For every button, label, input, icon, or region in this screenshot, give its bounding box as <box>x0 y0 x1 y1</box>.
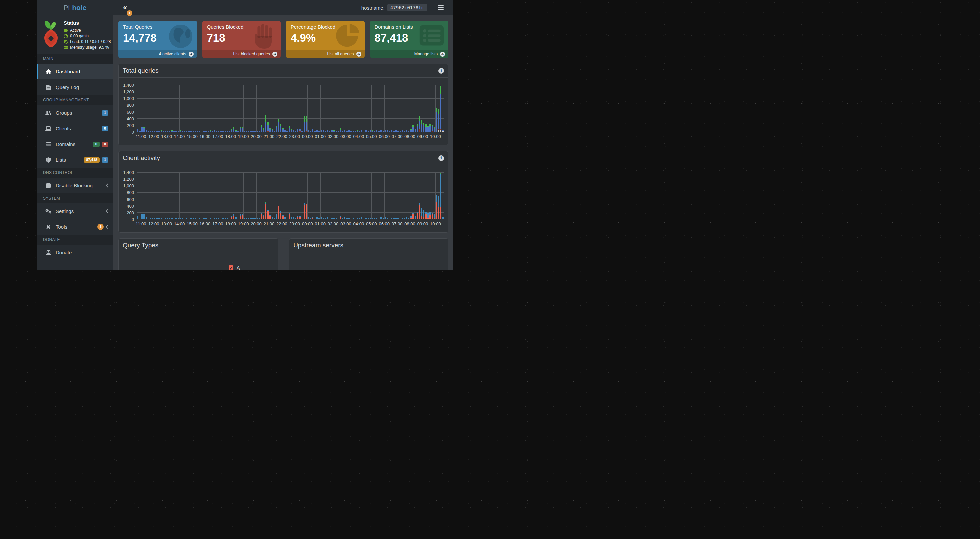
gridline-vertical <box>218 85 218 132</box>
bar-segment-blue <box>291 130 292 132</box>
x-axis-tick-label: 05:00 <box>366 222 377 226</box>
bar-segment-green <box>263 128 264 130</box>
arrow-circle-right-icon: ➔ <box>272 52 277 57</box>
status-block: Status Active 0.00 q/min Load: 0.11 / 0.… <box>37 15 113 54</box>
bar-segment-blue <box>361 130 363 132</box>
sidebar-item-query-log[interactable]: Query Log <box>37 80 113 95</box>
bar-segment-blue <box>410 130 412 132</box>
gridline-vertical <box>333 172 333 220</box>
bar-segment-blue <box>272 217 273 219</box>
x-axis-tick-label: 12:00 <box>148 222 159 226</box>
bar-segment-green <box>412 125 414 128</box>
bar-segment-blue <box>425 127 427 132</box>
x-axis-tick-label: 01:00 <box>315 134 326 139</box>
sidebar-item-tools[interactable]: Tools 1 <box>37 219 113 235</box>
gridline-vertical <box>256 172 257 220</box>
sidebar-item-donate[interactable]: $ Donate <box>37 245 113 260</box>
y-axis-tick-label: 0 <box>132 130 134 135</box>
bar-segment-blue <box>391 218 392 219</box>
sidebar-item-disable-blocking[interactable]: Disable Blocking <box>37 178 113 193</box>
gridline-vertical <box>359 172 359 220</box>
x-axis-tick-label: 19:00 <box>238 222 249 226</box>
panel-title: Total queries <box>123 67 159 74</box>
x-axis-tick-label: 20:00 <box>251 222 262 226</box>
sidebar-item-dashboard[interactable]: Dashboard <box>37 64 113 80</box>
bar-segment-blue <box>301 219 303 220</box>
hamburger-menu-icon[interactable] <box>436 4 445 12</box>
bar-segment-green <box>402 130 403 131</box>
bar-segment-blue <box>278 122 279 132</box>
bar-segment-blue <box>299 217 301 217</box>
bar-segment-blue <box>380 217 382 219</box>
bar-segment-blue <box>440 94 441 129</box>
bar-segment-salmon <box>263 216 264 220</box>
x-axis-tick-label: 21:00 <box>264 222 275 226</box>
bar-segment-green <box>391 130 392 131</box>
bar-segment-blue <box>304 204 305 205</box>
bar-segment-salmon <box>280 214 282 220</box>
gridline-vertical <box>282 172 282 220</box>
legend-item-a[interactable]: A <box>229 265 240 270</box>
card-footer-link[interactable]: List blocked queries ➔ <box>202 50 281 58</box>
sidebar-item-label: Dashboard <box>56 69 80 74</box>
bar-segment-salmon <box>267 212 269 220</box>
pihole-logo[interactable]: Pi-hole <box>37 0 113 15</box>
y-axis-tick-label: 0 <box>132 217 134 222</box>
hostname-block: hostname: 47962c0178fc <box>361 4 427 11</box>
bar-segment-salmon <box>412 214 414 220</box>
card-footer-link[interactable]: Manage lists ➔ <box>370 50 449 58</box>
card-footer-link[interactable]: 4 active clients ➔ <box>118 50 197 58</box>
info-icon[interactable]: i <box>438 68 444 74</box>
memory-icon <box>64 45 68 50</box>
bar-segment-blue <box>333 218 335 219</box>
bar-segment-blue <box>267 125 269 131</box>
y-axis-tick-label: 800 <box>127 190 134 195</box>
x-axis-tick-label: 11:00 <box>136 222 146 226</box>
x-axis-tick-label: 06:00 <box>379 222 390 226</box>
gridline-horizontal <box>137 199 444 199</box>
bar-segment-green <box>278 119 279 122</box>
bar-segment-blue <box>142 128 143 132</box>
gridline-vertical <box>320 172 321 220</box>
bar-segment-green <box>304 116 305 122</box>
bar-segment-blue <box>376 218 377 219</box>
sidebar-item-label: Tools <box>56 224 67 230</box>
bar-segment-blue <box>427 214 429 218</box>
gridline-vertical <box>384 85 385 132</box>
card-footer-label: List all queries <box>327 52 354 56</box>
sidebar-item-clients[interactable]: Clients 0 <box>37 121 113 136</box>
sidebar-item-lists[interactable]: Lists 87,418 1 <box>37 152 113 168</box>
bar-segment-blue <box>412 128 414 132</box>
gridline-vertical <box>320 85 321 132</box>
sidebar-item-label: Query Log <box>56 85 79 90</box>
bar-segment-green <box>269 128 270 130</box>
sidebar-item-groups[interactable]: Groups 1 <box>37 105 113 121</box>
gridline-vertical <box>154 172 154 220</box>
card-footer-link[interactable]: List all queries ➔ <box>286 50 365 58</box>
bar-segment-blue <box>267 210 269 212</box>
bar-segment-green <box>235 130 237 131</box>
bar-segment-blue <box>438 114 439 129</box>
bar-segment-blue <box>293 217 294 219</box>
bar-segment-green <box>395 130 397 131</box>
bar-segment-blue <box>308 217 309 219</box>
bar-segment-green <box>430 124 431 126</box>
bar-segment-blue <box>308 130 309 132</box>
gridline-vertical <box>218 172 218 220</box>
sidebar-collapse-button[interactable]: « 1 <box>122 3 128 12</box>
checkbox-checked-icon[interactable] <box>229 265 233 270</box>
x-axis-tick-label: 03:00 <box>340 134 352 139</box>
bar-segment-green <box>261 125 262 127</box>
info-icon[interactable]: i <box>438 155 444 161</box>
bar-segment-blue <box>261 213 262 214</box>
sidebar-item-domains[interactable]: Domains 0 0 <box>37 136 113 152</box>
bar-segment-blue <box>395 218 397 219</box>
y-axis-tick-label: 600 <box>127 109 134 115</box>
bar-segment-blue <box>143 128 145 132</box>
bar-segment-blue <box>304 122 305 132</box>
gridline-horizontal <box>137 172 444 173</box>
bar-segment-blue <box>265 203 266 204</box>
domains-allowed-badge: 0 <box>93 142 100 147</box>
sidebar-item-settings[interactable]: Settings <box>37 204 113 219</box>
queries-blocked-card: Queries Blocked 718 List blocked queries… <box>202 21 281 58</box>
